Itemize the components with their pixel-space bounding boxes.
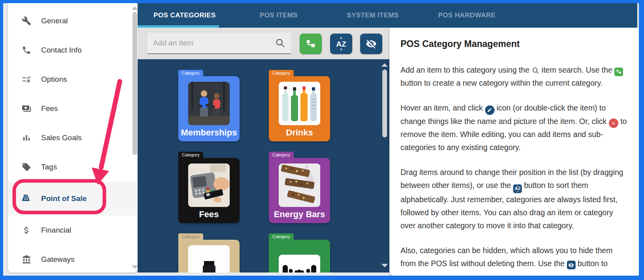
tag-icon xyxy=(22,162,31,172)
category-badge: Category xyxy=(269,70,294,76)
tab-pos-hardware[interactable]: POS HARDWARE xyxy=(420,3,514,28)
sidebar-item-label: Sales Goals xyxy=(41,133,81,142)
help-paragraph: Drag items around to change their positi… xyxy=(400,166,629,232)
sidebar-item-options[interactable]: Options xyxy=(8,65,138,94)
help-text: Hover an item, and click xyxy=(400,103,485,112)
help-text: item search. Use the xyxy=(540,66,615,74)
sidebar-item-point-of-sale[interactable]: Point of Sale xyxy=(8,182,138,216)
category-badge: Category xyxy=(178,152,203,158)
sidebar-item-label: General xyxy=(41,17,68,25)
window-canvas: GatewaysFinancialPoint of SaleTagsSales … xyxy=(3,3,639,276)
sort-alpha-button[interactable]: A▲▼Z xyxy=(330,34,352,54)
help-title: POS Category Management xyxy=(400,39,629,49)
scroll-down-icon[interactable] xyxy=(132,265,138,269)
dollar-icon xyxy=(22,226,31,235)
sidebar-item-financial[interactable]: Financial xyxy=(8,216,138,245)
help-text: Drag items around to change their positi… xyxy=(400,168,623,190)
pos-tabs-bar: POS CATEGORIESPOS ITEMSSYSTEM ITEMSPOS H… xyxy=(138,3,637,28)
bank-icon xyxy=(22,255,31,264)
cash-register-icon xyxy=(22,194,31,203)
category-badge: Category xyxy=(178,233,203,240)
search-small-icon xyxy=(532,67,540,75)
pos-settings-window: GatewaysFinancialPoint of SaleTagsSales … xyxy=(0,0,644,280)
grid-scroll-thumb[interactable] xyxy=(382,70,387,137)
phone-icon xyxy=(22,45,31,55)
tab-pos-categories[interactable]: POS CATEGORIES xyxy=(138,3,232,28)
help-text: button to create a new category within t… xyxy=(400,79,602,87)
energy-bars-photo xyxy=(279,163,320,207)
sidebar-item-contact-info[interactable]: Contact Info xyxy=(8,36,138,65)
item-search-input[interactable] xyxy=(147,39,275,47)
category-badge: Category xyxy=(269,152,294,158)
tab-pos-items[interactable]: POS ITEMS xyxy=(232,3,326,28)
sidebar-item-label: Tags xyxy=(41,163,57,171)
item-search-box xyxy=(147,33,291,54)
category-tile-memberships[interactable]: CategoryMemberships xyxy=(178,76,240,141)
category-tile-fees[interactable]: CategoryFees xyxy=(178,158,240,223)
sidebar-item-sales-goals[interactable]: Sales Goals xyxy=(8,123,138,152)
pos-toolbar: A▲▼Z xyxy=(138,28,389,59)
sidebar-item-tags[interactable]: Tags xyxy=(8,152,138,182)
tab-system-items[interactable]: SYSTEM ITEMS xyxy=(326,3,420,28)
category-tile-drinks[interactable]: CategoryDrinks xyxy=(269,76,330,141)
sidebar-item-label: Gateways xyxy=(41,255,74,264)
category-tile-label: Memberships xyxy=(178,128,240,138)
tree-icon xyxy=(305,38,316,49)
help-text: Add an item to this category using the xyxy=(400,66,532,74)
payments-icon xyxy=(22,104,31,113)
sidebar-item-label: Financial xyxy=(41,226,71,235)
sort-alpha-icon: A▲▼Z xyxy=(332,34,350,54)
help-panel: POS Category Management Add an item to t… xyxy=(389,28,639,276)
category-grid: CategoryCategoryCategoryEnergy BarsCateg… xyxy=(138,59,389,272)
grid-scroll-down-icon[interactable] xyxy=(381,264,388,267)
dumbbells-photo xyxy=(279,255,320,272)
wrench-icon xyxy=(22,16,31,26)
category-tile[interactable]: Category xyxy=(269,240,330,272)
supplement-bottle-photo xyxy=(188,245,230,272)
rule-icon xyxy=(22,75,31,84)
bottles-photo xyxy=(279,82,320,125)
help-paragraph: Also, categories can be hidden, which al… xyxy=(400,244,629,270)
scroll-up-icon[interactable] xyxy=(132,6,138,10)
remove-circle-icon xyxy=(609,118,618,128)
sidebar-item-general[interactable]: General xyxy=(8,6,138,36)
sidebar-scrollbar[interactable] xyxy=(132,3,138,272)
gym-photo xyxy=(188,82,230,125)
category-tile-label: Drinks xyxy=(269,128,330,138)
category-tile-energy-bars[interactable]: CategoryEnergy Bars xyxy=(269,158,330,223)
category-tile-label: Fees xyxy=(178,209,240,220)
grid-scrollbar[interactable] xyxy=(381,59,388,272)
sidebar-item-fees[interactable]: Fees xyxy=(8,94,138,123)
bar-chart-icon xyxy=(22,133,31,143)
edit-circle-icon xyxy=(485,105,495,115)
category-badge: Category xyxy=(178,70,203,76)
sort-alpha-badge-icon: A▲▼Z xyxy=(513,184,522,193)
card-terminal-photo xyxy=(188,163,230,207)
add-category-badge-icon xyxy=(614,68,623,76)
eye-off-icon xyxy=(366,38,377,49)
search-icon xyxy=(275,38,285,48)
sidebar-item-label: Contact Info xyxy=(41,46,81,54)
hide-badge-icon xyxy=(567,261,576,269)
category-tile[interactable]: Category xyxy=(178,240,240,272)
sidebar-item-label: Fees xyxy=(41,104,58,113)
sidebar-item-gateways[interactable]: Gateways xyxy=(8,245,138,272)
help-paragraph: Add an item to this category using the i… xyxy=(400,64,629,90)
sidebar-item-label: Point of Sale xyxy=(41,194,87,203)
toggle-hidden-button[interactable] xyxy=(360,34,382,54)
sidebar-item-label: Options xyxy=(41,75,67,84)
category-tile-label: Energy Bars xyxy=(269,209,330,220)
sidebar-scroll-thumb[interactable] xyxy=(132,12,137,155)
category-badge: Category xyxy=(269,233,294,240)
help-text: button to xyxy=(576,259,608,268)
help-paragraph: Hover an item, and click icon (or double… xyxy=(400,101,629,154)
settings-sidebar: GatewaysFinancialPoint of SaleTagsSales … xyxy=(8,3,138,272)
grid-scroll-up-icon[interactable] xyxy=(381,63,388,67)
add-category-button[interactable] xyxy=(300,34,322,54)
